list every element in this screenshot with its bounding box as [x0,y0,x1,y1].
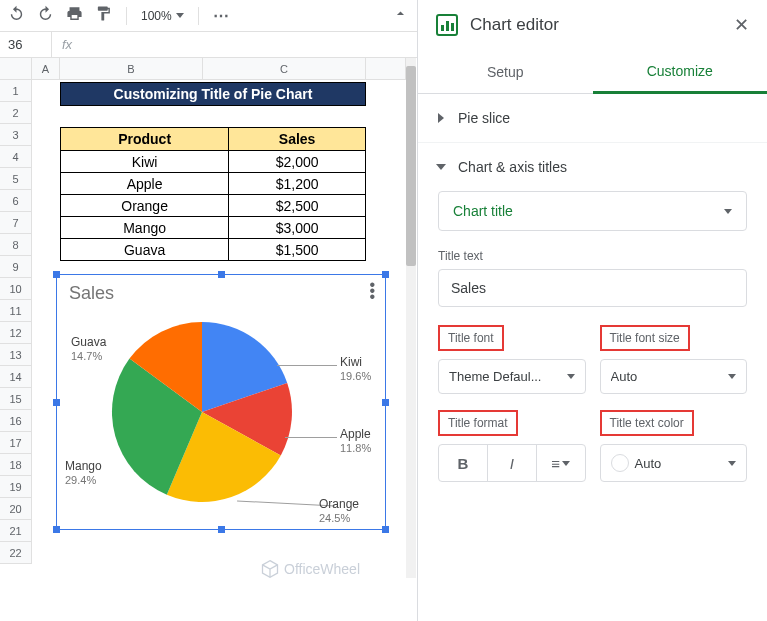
name-box[interactable]: 36 [0,32,52,57]
table-row: Apple$1,200 [61,173,366,195]
formula-bar: 36 fx [0,32,417,58]
italic-button[interactable]: I [488,445,537,481]
pie-svg [107,317,297,507]
col-header[interactable]: B [60,58,203,80]
col-header[interactable]: A [32,58,60,80]
title-text-label: Title text [438,249,747,263]
chart-editor-title: Chart editor [470,15,722,35]
vertical-scrollbar[interactable] [406,58,416,578]
table-row: Orange$2,500 [61,195,366,217]
row-header[interactable]: 22 [0,542,32,564]
tab-customize[interactable]: Customize [593,50,768,94]
data-table: ProductSales Kiwi$2,000 Apple$1,200 Oran… [60,127,366,261]
title-text-color-label: Title text color [600,410,694,436]
tab-setup[interactable]: Setup [418,50,593,94]
title-font-dropdown[interactable]: Theme Defaul... [438,359,586,394]
row-header[interactable]: 12 [0,322,32,344]
row-header[interactable]: 1 [0,80,32,102]
title-font-size-dropdown[interactable]: Auto [600,359,748,394]
redo-icon[interactable] [37,5,54,26]
col-header[interactable]: C [203,58,366,80]
title-font-label: Title font [438,325,504,351]
row-header[interactable]: 21 [0,520,32,542]
row-header[interactable]: 2 [0,102,32,124]
chart-editor-icon [436,14,458,36]
chart-title: Sales [57,275,385,312]
table-row: Guava$1,500 [61,239,366,261]
row-header[interactable]: 6 [0,190,32,212]
table-header[interactable]: Product [61,128,229,151]
fx-label: fx [52,37,82,52]
row-header[interactable]: 11 [0,300,32,322]
row-header[interactable]: 5 [0,168,32,190]
close-icon[interactable]: ✕ [734,14,749,36]
row-headers: 1 2 3 4 5 6 7 8 9 10 11 12 13 14 15 16 1… [0,80,32,564]
chevron-down-icon [436,164,446,170]
row-header[interactable]: 16 [0,410,32,432]
bold-button[interactable]: B [439,445,488,481]
row-header[interactable]: 20 [0,498,32,520]
slice-label: Mango29.4% [65,459,102,487]
row-header[interactable]: 4 [0,146,32,168]
slice-label: Guava14.7% [71,335,106,363]
title-text-input[interactable] [438,269,747,307]
table-header[interactable]: Sales [229,128,366,151]
row-header[interactable]: 18 [0,454,32,476]
row-header[interactable]: 14 [0,366,32,388]
undo-icon[interactable] [8,5,25,26]
row-header[interactable]: 3 [0,124,32,146]
chevron-right-icon [438,113,444,123]
slice-label: Kiwi19.6% [340,355,371,383]
select-all-corner[interactable] [0,58,32,80]
collapse-toolbar-icon[interactable] [392,5,409,26]
editor-tabs: Setup Customize [418,50,767,94]
chart-menu-icon[interactable]: ••• [369,283,375,301]
row-header[interactable]: 10 [0,278,32,300]
toolbar: 100% ⋯ [0,0,417,32]
chart-editor-panel: Chart editor ✕ Setup Customize Pie slice… [417,0,767,621]
column-headers: A B C [0,58,417,80]
paint-format-icon[interactable] [95,5,112,26]
row-header[interactable]: 9 [0,256,32,278]
pie-chart[interactable]: Sales ••• Kiwi19.6% Apple11.8% Orange24. [56,274,386,530]
section-pie-slice[interactable]: Pie slice [418,94,767,143]
row-header[interactable]: 13 [0,344,32,366]
sheet-title-banner: Customizing Title of Pie Chart [60,82,366,106]
row-header[interactable]: 8 [0,234,32,256]
row-header[interactable]: 17 [0,432,32,454]
title-text-color-dropdown[interactable]: Auto [600,444,748,482]
zoom-level[interactable]: 100% [141,9,184,23]
spreadsheet-panel: 100% ⋯ 36 fx A B C 1 2 3 4 5 6 7 8 9 [0,0,417,621]
title-font-size-label: Title font size [600,325,690,351]
print-icon[interactable] [66,5,83,26]
row-header[interactable]: 15 [0,388,32,410]
table-row: Mango$3,000 [61,217,366,239]
table-row: Kiwi$2,000 [61,151,366,173]
more-icon[interactable]: ⋯ [213,6,230,25]
row-header[interactable]: 7 [0,212,32,234]
align-button[interactable]: ≡ [537,445,585,481]
title-type-dropdown[interactable]: Chart title [438,191,747,231]
slice-label: Orange24.5% [319,497,359,525]
title-format-label: Title format [438,410,518,436]
section-chart-axis-titles[interactable]: Chart & axis titles [418,143,767,191]
slice-label: Apple11.8% [340,427,371,455]
row-header[interactable]: 19 [0,476,32,498]
